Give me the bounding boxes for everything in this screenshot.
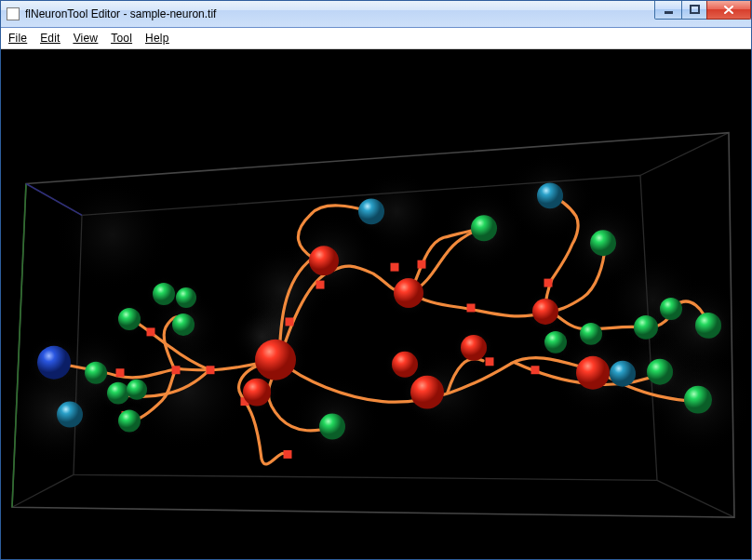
svg-point-99 bbox=[118, 308, 141, 330]
svg-point-61 bbox=[532, 299, 558, 325]
svg-point-105 bbox=[176, 287, 196, 308]
svg-rect-41 bbox=[147, 327, 155, 336]
svg-point-101 bbox=[172, 313, 195, 336]
window-title: flNeuronTool Editor - sample-neuron.tif bbox=[25, 7, 216, 20]
svg-point-75 bbox=[610, 361, 636, 387]
app-window: flNeuronTool Editor - sample-neuron.tif … bbox=[0, 0, 752, 560]
menu-tool[interactable]: Tool bbox=[111, 32, 132, 45]
minimize-button[interactable] bbox=[654, 1, 682, 20]
svg-point-85 bbox=[660, 298, 682, 320]
close-button[interactable] bbox=[706, 1, 751, 20]
svg-point-81 bbox=[684, 386, 712, 414]
menu-view[interactable]: View bbox=[74, 32, 99, 45]
svg-point-47 bbox=[243, 379, 271, 407]
svg-rect-30 bbox=[418, 260, 426, 269]
close-icon bbox=[723, 5, 734, 15]
svg-point-51 bbox=[394, 278, 423, 308]
svg-point-49 bbox=[309, 246, 339, 275]
svg-point-3 bbox=[55, 178, 169, 292]
svg-point-79 bbox=[647, 359, 673, 385]
svg-point-65 bbox=[537, 182, 563, 208]
svg-point-71 bbox=[471, 215, 497, 241]
minimize-icon bbox=[664, 5, 674, 15]
svg-rect-39 bbox=[207, 366, 215, 374]
svg-rect-32 bbox=[544, 279, 553, 287]
svg-point-57 bbox=[461, 335, 487, 361]
menu-help[interactable]: Help bbox=[145, 32, 168, 45]
menubar: File Edit View Tool Help bbox=[1, 28, 751, 49]
svg-point-77 bbox=[695, 313, 721, 339]
3d-viewport[interactable] bbox=[1, 49, 751, 559]
svg-point-63 bbox=[358, 198, 384, 224]
svg-point-69 bbox=[57, 402, 83, 428]
svg-rect-0 bbox=[665, 11, 673, 14]
svg-point-91 bbox=[319, 414, 345, 440]
titlebar[interactable]: flNeuronTool Editor - sample-neuron.tif bbox=[1, 1, 751, 28]
svg-point-97 bbox=[85, 362, 107, 384]
svg-rect-40 bbox=[172, 366, 181, 374]
maximize-button[interactable] bbox=[681, 1, 707, 20]
window-controls bbox=[655, 1, 751, 20]
svg-rect-34 bbox=[531, 366, 540, 374]
svg-point-93 bbox=[118, 410, 141, 433]
app-icon bbox=[7, 7, 20, 20]
svg-point-67 bbox=[37, 346, 71, 380]
svg-rect-1 bbox=[691, 6, 699, 13]
svg-point-87 bbox=[544, 331, 567, 353]
menu-edit[interactable]: Edit bbox=[40, 32, 60, 45]
menu-file[interactable]: File bbox=[8, 32, 27, 45]
neuron-scene bbox=[1, 49, 751, 559]
svg-point-107 bbox=[127, 380, 147, 400]
maximize-icon bbox=[690, 5, 700, 15]
svg-point-55 bbox=[392, 352, 418, 378]
svg-rect-38 bbox=[284, 450, 292, 459]
svg-rect-29 bbox=[391, 263, 399, 272]
svg-rect-31 bbox=[467, 304, 476, 313]
svg-point-73 bbox=[590, 230, 616, 256]
svg-point-89 bbox=[580, 323, 602, 345]
svg-point-83 bbox=[634, 315, 658, 340]
svg-rect-35 bbox=[286, 317, 294, 326]
